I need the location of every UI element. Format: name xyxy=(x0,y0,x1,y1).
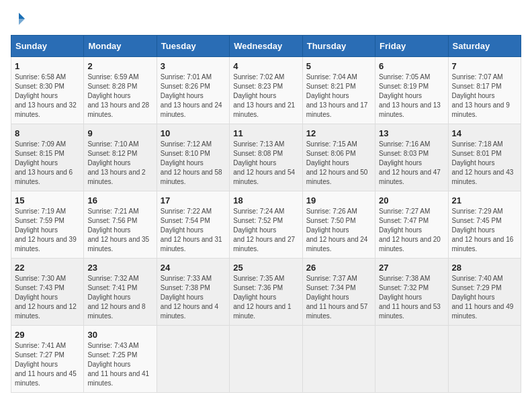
calendar-day-cell: 16 Sunrise: 7:21 AM Sunset: 7:56 PM Dayl… xyxy=(84,191,157,259)
calendar-day-cell: 15 Sunrise: 7:19 AM Sunset: 7:59 PM Dayl… xyxy=(11,191,84,259)
day-number: 16 xyxy=(87,195,152,205)
calendar-weekday-header: Saturday xyxy=(448,36,521,57)
calendar-day-cell: 13 Sunrise: 7:16 AM Sunset: 8:03 PM Dayl… xyxy=(375,124,448,191)
day-number: 12 xyxy=(306,128,371,138)
calendar-day-cell: 17 Sunrise: 7:22 AM Sunset: 7:54 PM Dayl… xyxy=(157,191,229,259)
calendar-day-cell: 8 Sunrise: 7:09 AM Sunset: 8:15 PM Dayli… xyxy=(11,124,84,191)
calendar-week-row: 1 Sunrise: 6:58 AM Sunset: 8:30 PM Dayli… xyxy=(11,57,521,124)
calendar-day-cell: 20 Sunrise: 7:27 AM Sunset: 7:47 PM Dayl… xyxy=(375,191,448,259)
day-number: 10 xyxy=(161,128,226,138)
calendar-day-cell: 11 Sunrise: 7:13 AM Sunset: 8:08 PM Dayl… xyxy=(230,124,302,191)
svg-marker-0 xyxy=(19,13,25,19)
day-info: Sunrise: 6:58 AM Sunset: 8:30 PM Dayligh… xyxy=(15,73,80,120)
calendar-weekday-header: Sunday xyxy=(11,36,84,57)
day-number: 26 xyxy=(306,263,371,273)
day-number: 2 xyxy=(87,61,152,71)
calendar-day-cell xyxy=(157,326,229,393)
calendar-weekday-header: Monday xyxy=(84,36,157,57)
calendar-weekday-header: Wednesday xyxy=(230,36,302,57)
day-info: Sunrise: 7:15 AM Sunset: 8:06 PM Dayligh… xyxy=(306,140,371,187)
day-info: Sunrise: 7:02 AM Sunset: 8:23 PM Dayligh… xyxy=(233,73,298,120)
day-number: 6 xyxy=(379,61,444,71)
calendar-header-row: SundayMondayTuesdayWednesdayThursdayFrid… xyxy=(11,36,521,57)
calendar-day-cell: 21 Sunrise: 7:29 AM Sunset: 7:45 PM Dayl… xyxy=(448,191,521,259)
calendar-day-cell: 12 Sunrise: 7:15 AM Sunset: 8:06 PM Dayl… xyxy=(302,124,375,191)
day-number: 30 xyxy=(87,330,152,340)
day-number: 23 xyxy=(87,263,152,273)
day-info: Sunrise: 7:26 AM Sunset: 7:50 PM Dayligh… xyxy=(306,207,371,254)
day-number: 24 xyxy=(161,263,226,273)
calendar-day-cell: 4 Sunrise: 7:02 AM Sunset: 8:23 PM Dayli… xyxy=(230,57,302,124)
calendar-day-cell xyxy=(230,326,302,393)
calendar-day-cell: 7 Sunrise: 7:07 AM Sunset: 8:17 PM Dayli… xyxy=(448,57,521,124)
day-info: Sunrise: 7:01 AM Sunset: 8:26 PM Dayligh… xyxy=(161,73,226,120)
day-info: Sunrise: 7:22 AM Sunset: 7:54 PM Dayligh… xyxy=(161,207,226,254)
calendar-day-cell: 2 Sunrise: 6:59 AM Sunset: 8:28 PM Dayli… xyxy=(84,57,157,124)
day-info: Sunrise: 7:30 AM Sunset: 7:43 PM Dayligh… xyxy=(15,274,80,321)
calendar-day-cell: 19 Sunrise: 7:26 AM Sunset: 7:50 PM Dayl… xyxy=(302,191,375,259)
day-number: 19 xyxy=(306,195,371,205)
calendar-week-row: 22 Sunrise: 7:30 AM Sunset: 7:43 PM Dayl… xyxy=(11,259,521,326)
day-number: 28 xyxy=(452,263,517,273)
calendar-day-cell: 27 Sunrise: 7:38 AM Sunset: 7:32 PM Dayl… xyxy=(375,259,448,326)
calendar-day-cell: 30 Sunrise: 7:43 AM Sunset: 7:25 PM Dayl… xyxy=(84,326,157,393)
day-number: 3 xyxy=(161,61,226,71)
day-info: Sunrise: 7:27 AM Sunset: 7:47 PM Dayligh… xyxy=(379,207,444,254)
day-number: 8 xyxy=(15,128,80,138)
day-info: Sunrise: 7:33 AM Sunset: 7:38 PM Dayligh… xyxy=(161,274,226,321)
day-number: 13 xyxy=(379,128,444,138)
calendar-day-cell: 18 Sunrise: 7:24 AM Sunset: 7:52 PM Dayl… xyxy=(230,191,302,259)
calendar-day-cell: 5 Sunrise: 7:04 AM Sunset: 8:21 PM Dayli… xyxy=(302,57,375,124)
day-info: Sunrise: 7:10 AM Sunset: 8:12 PM Dayligh… xyxy=(87,140,152,187)
day-info: Sunrise: 7:38 AM Sunset: 7:32 PM Dayligh… xyxy=(379,274,444,321)
day-info: Sunrise: 7:24 AM Sunset: 7:52 PM Dayligh… xyxy=(233,207,298,254)
day-info: Sunrise: 6:59 AM Sunset: 8:28 PM Dayligh… xyxy=(87,73,152,120)
calendar-day-cell: 3 Sunrise: 7:01 AM Sunset: 8:26 PM Dayli… xyxy=(157,57,229,124)
day-info: Sunrise: 7:43 AM Sunset: 7:25 PM Dayligh… xyxy=(87,341,152,388)
day-number: 5 xyxy=(306,61,371,71)
day-number: 25 xyxy=(233,263,298,273)
calendar-day-cell: 24 Sunrise: 7:33 AM Sunset: 7:38 PM Dayl… xyxy=(157,259,229,326)
day-info: Sunrise: 7:16 AM Sunset: 8:03 PM Dayligh… xyxy=(379,140,444,187)
day-info: Sunrise: 7:21 AM Sunset: 7:56 PM Dayligh… xyxy=(87,207,152,254)
calendar-day-cell: 26 Sunrise: 7:37 AM Sunset: 7:34 PM Dayl… xyxy=(302,259,375,326)
calendar-week-row: 29 Sunrise: 7:41 AM Sunset: 7:27 PM Dayl… xyxy=(11,326,521,393)
calendar-day-cell: 25 Sunrise: 7:35 AM Sunset: 7:36 PM Dayl… xyxy=(230,259,302,326)
calendar-day-cell: 28 Sunrise: 7:40 AM Sunset: 7:29 PM Dayl… xyxy=(448,259,521,326)
calendar-day-cell xyxy=(448,326,521,393)
day-number: 1 xyxy=(15,61,80,71)
day-number: 29 xyxy=(15,330,80,340)
logo xyxy=(11,11,30,27)
calendar-week-row: 15 Sunrise: 7:19 AM Sunset: 7:59 PM Dayl… xyxy=(11,191,521,259)
day-info: Sunrise: 7:29 AM Sunset: 7:45 PM Dayligh… xyxy=(452,207,517,254)
day-number: 7 xyxy=(452,61,517,71)
day-number: 15 xyxy=(15,195,80,205)
calendar-weekday-header: Friday xyxy=(375,36,448,57)
day-info: Sunrise: 7:13 AM Sunset: 8:08 PM Dayligh… xyxy=(233,140,298,187)
calendar-weekday-header: Tuesday xyxy=(157,36,229,57)
day-number: 9 xyxy=(87,128,152,138)
calendar-day-cell: 1 Sunrise: 6:58 AM Sunset: 8:30 PM Dayli… xyxy=(11,57,84,124)
day-info: Sunrise: 7:32 AM Sunset: 7:41 PM Dayligh… xyxy=(87,274,152,321)
day-number: 11 xyxy=(233,128,298,138)
day-info: Sunrise: 7:18 AM Sunset: 8:01 PM Dayligh… xyxy=(452,140,517,187)
day-info: Sunrise: 7:35 AM Sunset: 7:36 PM Dayligh… xyxy=(233,274,298,321)
day-info: Sunrise: 7:07 AM Sunset: 8:17 PM Dayligh… xyxy=(452,73,517,120)
calendar-day-cell: 14 Sunrise: 7:18 AM Sunset: 8:01 PM Dayl… xyxy=(448,124,521,191)
calendar-day-cell: 23 Sunrise: 7:32 AM Sunset: 7:41 PM Dayl… xyxy=(84,259,157,326)
calendar-day-cell: 29 Sunrise: 7:41 AM Sunset: 7:27 PM Dayl… xyxy=(11,326,84,393)
calendar-day-cell: 10 Sunrise: 7:12 AM Sunset: 8:10 PM Dayl… xyxy=(157,124,229,191)
calendar-week-row: 8 Sunrise: 7:09 AM Sunset: 8:15 PM Dayli… xyxy=(11,124,521,191)
calendar-day-cell: 9 Sunrise: 7:10 AM Sunset: 8:12 PM Dayli… xyxy=(84,124,157,191)
logo-icon xyxy=(11,11,27,27)
day-number: 4 xyxy=(233,61,298,71)
day-info: Sunrise: 7:40 AM Sunset: 7:29 PM Dayligh… xyxy=(452,274,517,321)
day-number: 27 xyxy=(379,263,444,273)
calendar-day-cell: 22 Sunrise: 7:30 AM Sunset: 7:43 PM Dayl… xyxy=(11,259,84,326)
day-info: Sunrise: 7:12 AM Sunset: 8:10 PM Dayligh… xyxy=(161,140,226,187)
day-number: 14 xyxy=(452,128,517,138)
day-number: 18 xyxy=(233,195,298,205)
day-info: Sunrise: 7:37 AM Sunset: 7:34 PM Dayligh… xyxy=(306,274,371,321)
day-number: 21 xyxy=(452,195,517,205)
day-info: Sunrise: 7:19 AM Sunset: 7:59 PM Dayligh… xyxy=(15,207,80,254)
